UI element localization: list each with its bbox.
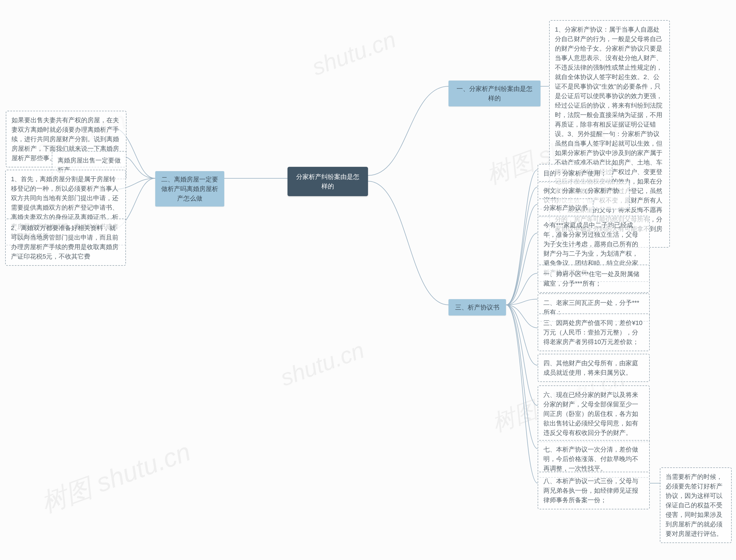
leaf-text: 八、本析产协议一式三份，父母与两兄弟各执一份，如经律师见证报律师事务所备案一份； [543,477,638,504]
leaf-text: 一、帅府小区***住宅一处及附属储藏室，分予***所有； [543,270,639,287]
branch-node-3[interactable]: 三、析产协议书 [448,299,506,316]
branch-3-title: 三、析产协议书 [455,304,499,311]
root-title: 分家析产纠纷案由是怎样的 [296,173,360,190]
leaf-node[interactable]: 六、现在已经分家的财产以及将来分家的财产，父母全部保留至少一间正房（卧室）的居住… [538,385,650,442]
watermark: 树图 shutu.cn [36,434,196,521]
root-node[interactable]: 分家析产纠纷案由是怎样的 [288,167,368,196]
leaf-node[interactable]: 当需要析产的时候，必须要先签订好析产协议，因为这样可以保证自己的权益不受侵害，同… [660,467,732,543]
leaf-node[interactable]: 三、因两处房产价值不同，差价¥10万元（人民币：壹拾万元整），分得老家房产者另得… [538,314,650,351]
leaf-node[interactable]: 四、其他财产由父母所有，由家庭成员就近使用，将来归属另议。 [538,354,650,382]
mindmap-canvas: { "watermarks": { "w1": "shutu.cn", "w2"… [0,0,736,560]
leaf-node[interactable]: 目的：分家析产使用； [538,164,612,183]
leaf-text: 分家析产协议书 [543,204,588,211]
branch-2-title: 二、离婚房屋一定要做析产吗离婚房屋析产怎么做 [161,176,218,202]
leaf-text: 当需要析产的时候，必须要先签订好析产协议，因为这样可以保证自己的权益不受侵害，同… [666,473,722,537]
leaf-node[interactable]: 一、帅府小区***住宅一处及附属储藏室，分予***所有； [538,265,650,293]
branch-node-2[interactable]: 二、离婚房屋一定要做析产吗离婚房屋析产怎么做 [155,171,224,207]
branch-node-1[interactable]: 一、分家析产纠纷案由是怎样的 [448,81,540,106]
watermark: shutu.cn [309,26,399,81]
leaf-text: 六、现在已经分家的财产以及将来分家的财产，父母全部保留至少一间正房（卧室）的居住… [543,391,638,436]
leaf-text: 三、因两处房产价值不同，差价¥10万元（人民币：壹拾万元整），分得老家房产者另得… [543,319,643,345]
watermark: shutu.cn [277,337,368,391]
leaf-text: 四、其他财产由父母所有，由家庭成员就近使用，将来归属另议。 [543,360,638,376]
leaf-node[interactable]: 八、本析产协议一式三份，父母与两兄弟各执一份，如经律师见证报律师事务所备案一份； [538,472,650,509]
branch-1-title: 一、分家析产纠纷案由是怎样的 [456,85,532,102]
leaf-text: 2、离婚双方都要准备好相关资料，就可以向当地房管部门提出申请，而且前办理房屋析产… [11,224,119,260]
leaf-node[interactable]: 2、离婚双方都要准备好相关资料，就可以向当地房管部门提出申请，而且前办理房屋析产… [5,219,126,266]
leaf-text: 七、本析产协议一次分清，差价做明，今后价格涨落、付款早晚均不再调整，一次性找平。 [543,446,638,472]
leaf-node[interactable]: 分家析产协议书 [538,198,593,217]
leaf-text: 目的：分家析产使用； [543,170,607,177]
